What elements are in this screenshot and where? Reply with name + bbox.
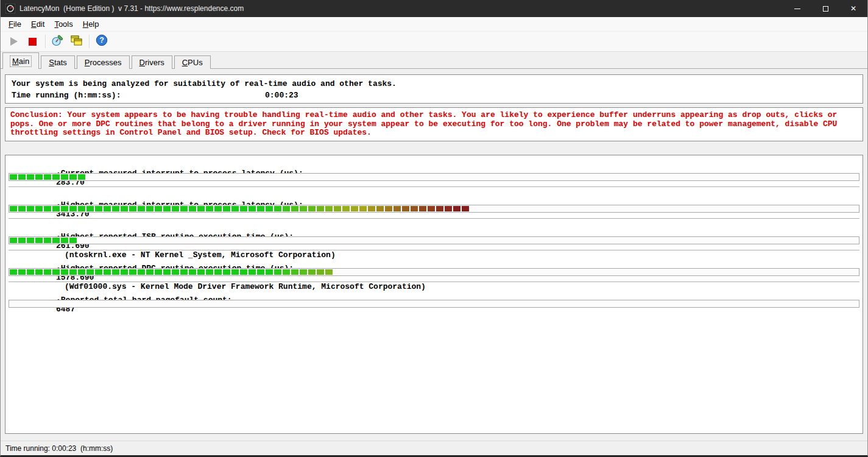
minimize-button[interactable]	[783, 0, 811, 17]
latency-bar-track	[9, 268, 859, 276]
tabstrip: Main Stats Processes Drivers CPUs	[1, 52, 867, 69]
main-tab-page: Your system is being analyzed for suitab…	[1, 69, 867, 441]
latencymon-window: LatencyMon (Home Edition ) v 7.31 - http…	[0, 0, 868, 457]
menu-help[interactable]: Help	[78, 18, 104, 30]
play-icon	[10, 37, 18, 46]
report-windows-button[interactable]	[68, 34, 85, 49]
window-title: LatencyMon (Home Edition ) v 7.31 - http…	[19, 4, 244, 13]
tab-label: CPUs	[182, 58, 203, 67]
tab-label: Stats	[49, 58, 67, 67]
analysis-status-line: Your system is being analyzed for suitab…	[12, 78, 856, 90]
stat-row-isr-time: ·Highest reported ISR routine execution …	[9, 219, 859, 250]
time-running-label: Time running (h:mm:ss):	[12, 91, 265, 100]
maximize-icon	[823, 6, 828, 12]
conclusion-panel: Conclusion: Your system appears to be ha…	[5, 107, 863, 141]
stat-line: ·Highest reported ISR routine execution …	[9, 223, 859, 233]
stat-row-highest-latency: ·Highest measured interrupt to process l…	[9, 187, 859, 219]
stat-line: ·Highest measured interrupt to process l…	[9, 191, 859, 202]
stat-detail: (ntoskrnl.exe - NT Kernel _System, Micro…	[65, 250, 336, 260]
stats-panel: ·Current measured interrupt to process l…	[5, 155, 863, 434]
help-button[interactable]: ?	[93, 34, 110, 49]
stat-line: ·Current measured interrupt to process l…	[9, 160, 859, 170]
tab-main[interactable]: Main	[2, 52, 39, 69]
tab-stats[interactable]: Stats	[41, 55, 75, 69]
statusbar-text: Time running: 0:00:23 (h:mm:ss)	[5, 444, 113, 453]
latency-bar-track	[9, 205, 859, 213]
tab-label: Processes	[85, 58, 122, 67]
menubar: File Edit Tools Help	[1, 17, 867, 32]
gauge-wrench-icon	[51, 34, 64, 49]
stat-detail: (Wdf01000.sys - Kernel Mode Driver Frame…	[65, 282, 426, 291]
start-monitor-button[interactable]	[5, 34, 22, 49]
options-button[interactable]	[49, 34, 66, 49]
menu-edit[interactable]: Edit	[26, 18, 49, 30]
titlebar: LatencyMon (Home Edition ) v 7.31 - http…	[1, 0, 867, 17]
menu-tools[interactable]: Tools	[49, 18, 77, 30]
close-icon: ✕	[850, 5, 856, 12]
help-icon: ?	[96, 34, 108, 49]
tab-cpus[interactable]: CPUs	[174, 55, 211, 69]
analysis-info-panel: Your system is being analyzed for suitab…	[5, 74, 863, 104]
close-button[interactable]: ✕	[839, 0, 867, 17]
menu-file[interactable]: File	[4, 18, 26, 30]
toolbar-separator	[89, 35, 90, 48]
toolbar: ?	[1, 32, 867, 52]
latency-bar-track	[9, 236, 859, 244]
cascade-windows-icon	[70, 34, 83, 49]
statusbar: Time running: 0:00:23 (h:mm:ss)	[1, 441, 867, 455]
tab-drivers[interactable]: Drivers	[132, 55, 172, 69]
time-running-value: 0:00:23	[265, 91, 298, 100]
latency-bar-track	[9, 173, 859, 181]
svg-text:?: ?	[99, 36, 104, 44]
app-icon	[5, 4, 15, 13]
stop-monitor-button[interactable]	[24, 34, 41, 49]
maximize-button[interactable]	[811, 0, 839, 17]
time-running-line: Time running (h:mm:ss): 0:00:23	[12, 90, 856, 101]
tab-processes[interactable]: Processes	[77, 55, 130, 69]
stat-row-current-latency: ·Current measured interrupt to process l…	[9, 155, 859, 187]
toolbar-separator	[45, 35, 46, 48]
stop-icon	[29, 38, 37, 46]
tab-label: Main	[10, 56, 31, 66]
tab-label: Drivers	[139, 58, 164, 67]
minimize-icon	[794, 9, 800, 9]
latency-bar-track	[9, 300, 859, 308]
